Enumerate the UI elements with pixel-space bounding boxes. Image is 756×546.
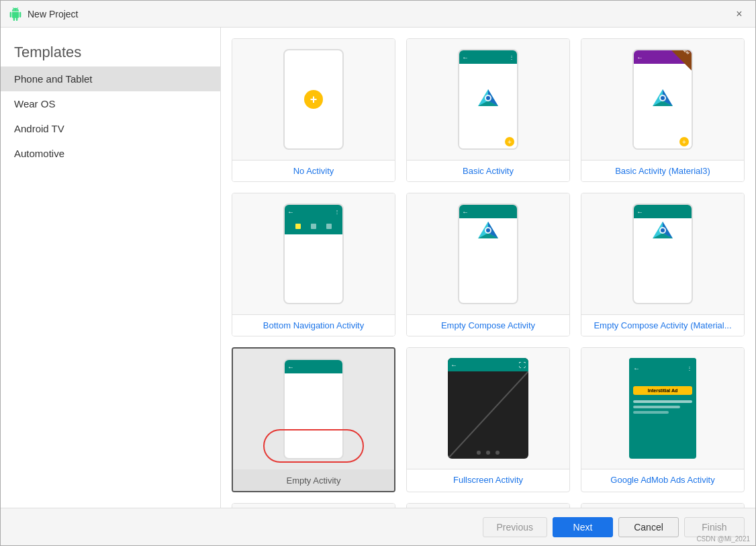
- fullscreen-mockup: ← ⛶: [448, 358, 528, 459]
- main-content: Templates Phone and Tablet Wear OS Andro…: [1, 28, 755, 508]
- ba-bottom: +: [459, 135, 517, 148]
- bottom-nav-arrow-icon: ←: [287, 208, 294, 216]
- dot-1: [477, 451, 481, 455]
- dot-3: [495, 451, 500, 455]
- android-3d-icon: [475, 86, 502, 113]
- empty-activity-thumbnail: ←: [233, 349, 394, 469]
- template-scrolling[interactable]: ← Scrolling Activity: [406, 503, 570, 508]
- templates-area: + No Activity ← ⋮: [221, 28, 755, 508]
- template-empty-activity[interactable]: ← Empty Activity: [232, 347, 395, 492]
- empty-compose-material-label: Empty Compose Activity (Material...: [581, 314, 744, 336]
- maps-thumbnail: ← ⋮: [232, 504, 395, 508]
- empty-compose-label: Empty Compose Activity: [407, 314, 569, 336]
- title-bar: New Project ×: [1, 1, 755, 28]
- basic-material3-thumbnail: ← PREVIEW: [581, 39, 744, 160]
- admob-mockup: ← ⋮ Interstitial Ad: [629, 358, 696, 459]
- admob-dots-icon: ⋮: [687, 365, 692, 371]
- ecm-body: [634, 218, 692, 245]
- fullscreen-label: Fullscreen Activity: [407, 469, 569, 490]
- android-logo-icon: [9, 7, 22, 21]
- close-button[interactable]: ×: [731, 6, 747, 22]
- template-bottom-nav[interactable]: ← ⋮ Bottom Navigation Activity: [232, 193, 395, 336]
- sidebar-item-phone-tablet[interactable]: Phone and Tablet: [1, 66, 220, 91]
- ba-topbar: ← ⋮: [459, 50, 517, 64]
- sidebar-item-automotive[interactable]: Automotive: [1, 141, 220, 166]
- fullscreen-expand-icon: ⛶: [519, 361, 526, 369]
- ecm-android-icon: [649, 218, 676, 245]
- sidebar-item-android-tv[interactable]: Android TV: [1, 116, 220, 141]
- fab-icon: +: [505, 137, 514, 146]
- basic-activity-thumbnail: ← ⋮: [407, 39, 569, 160]
- ba-dots-icon: ⋮: [509, 54, 514, 60]
- ba-purple-topbar: ← PREVIEW: [634, 50, 692, 64]
- dialog-title: New Project: [28, 9, 78, 19]
- compose-android-icon: [475, 218, 502, 245]
- bottom-nav-mockup: ← ⋮: [283, 203, 344, 304]
- admob-line-3: [633, 411, 669, 414]
- sidebar-item-wear-os[interactable]: Wear OS: [1, 91, 220, 116]
- admob-line-1: [633, 400, 692, 403]
- fullscreen-arrow-icon: ←: [451, 361, 457, 369]
- template-empty-compose-material[interactable]: ←: [581, 193, 745, 336]
- bottom-nav-label: Bottom Navigation Activity: [232, 314, 395, 336]
- basic-material3-mockup: ← PREVIEW: [632, 49, 693, 150]
- title-bar-left: New Project: [9, 7, 78, 21]
- bottom-nav-topbar: ← ⋮: [285, 205, 342, 218]
- template-basic-activity-material3[interactable]: ← PREVIEW: [581, 38, 745, 182]
- no-activity-label: No Activity: [232, 160, 395, 181]
- empty-compose-material-mockup: ←: [632, 203, 693, 304]
- template-admob[interactable]: ← ⋮ Interstitial Ad Google AdMob Ads Act: [581, 347, 745, 492]
- watermark: CSDN @Mi_2021: [696, 535, 750, 543]
- scrolling-thumbnail: ←: [407, 504, 569, 508]
- nav-dot-1: [295, 224, 301, 229]
- android-3d-material3-icon: [649, 86, 676, 113]
- admob-thumbnail: ← ⋮ Interstitial Ad: [581, 348, 744, 469]
- fullscreen-topbar: ← ⛶: [448, 358, 528, 371]
- empty-activity-arrow-icon: ←: [287, 363, 294, 371]
- bottom-nav-thumbnail: ← ⋮: [232, 193, 395, 314]
- nav-dot-3: [326, 224, 332, 229]
- ecm-topbar: ←: [634, 205, 692, 218]
- svg-point-9: [661, 96, 665, 100]
- template-maps[interactable]: ← ⋮ Maps Activity: [232, 503, 395, 508]
- basic-activity-label: Basic Activity: [407, 160, 569, 181]
- no-activity-thumbnail: +: [232, 39, 395, 160]
- interstitial-ad-banner: Interstitial Ad: [633, 386, 692, 395]
- empty-compose-thumbnail: ←: [407, 193, 569, 314]
- admob-label: Google AdMob Ads Activity: [581, 469, 744, 490]
- basic-activity-mockup: ← ⋮: [458, 49, 518, 150]
- previous-button[interactable]: Previous: [483, 517, 547, 537]
- empty-compose-arrow-icon: ←: [462, 208, 469, 216]
- sidebar: Templates Phone and Tablet Wear OS Andro…: [1, 28, 221, 508]
- ba-arrow-icon: ←: [462, 54, 469, 61]
- ba-material3-body: [634, 64, 692, 135]
- sidebar-heading: Templates: [1, 33, 220, 66]
- empty-compose-topbar: ←: [459, 205, 517, 218]
- next-button[interactable]: Next: [553, 517, 613, 537]
- material3-fab-icon: +: [679, 137, 689, 146]
- new-project-dialog: New Project × Templates Phone and Tablet…: [0, 0, 756, 546]
- cancel-button[interactable]: Cancel: [618, 517, 679, 537]
- admob-topbar: ← ⋮: [629, 358, 696, 378]
- template-no-activity[interactable]: + No Activity: [232, 38, 395, 182]
- template-basic-activity[interactable]: ← ⋮: [406, 38, 570, 182]
- plus-icon: +: [304, 90, 323, 109]
- fullscreen-dots: [477, 451, 500, 455]
- admob-line-2: [633, 406, 680, 408]
- basic-material3-label: Basic Activity (Material3): [581, 160, 744, 181]
- purple-arrow-icon: ←: [636, 54, 643, 61]
- finish-button[interactable]: Finish: [684, 517, 745, 537]
- settings-thumbnail: ←: [581, 504, 744, 508]
- template-fullscreen[interactable]: ← ⛶: [406, 347, 570, 492]
- template-settings[interactable]: ←: [581, 503, 745, 508]
- ecm-arrow-icon: ←: [636, 208, 643, 216]
- ba-material3-bottom: +: [634, 135, 692, 148]
- no-activity-mockup: +: [283, 49, 344, 150]
- svg-point-4: [486, 96, 490, 100]
- admob-arrow-icon: ←: [633, 365, 640, 372]
- bottom-nav-bar: [285, 218, 342, 234]
- empty-compose-material-thumbnail: ←: [581, 193, 744, 314]
- admob-content-lines: [633, 400, 692, 414]
- bottom-bar: Previous Next Cancel Finish: [1, 508, 755, 545]
- template-empty-compose[interactable]: ←: [406, 193, 570, 336]
